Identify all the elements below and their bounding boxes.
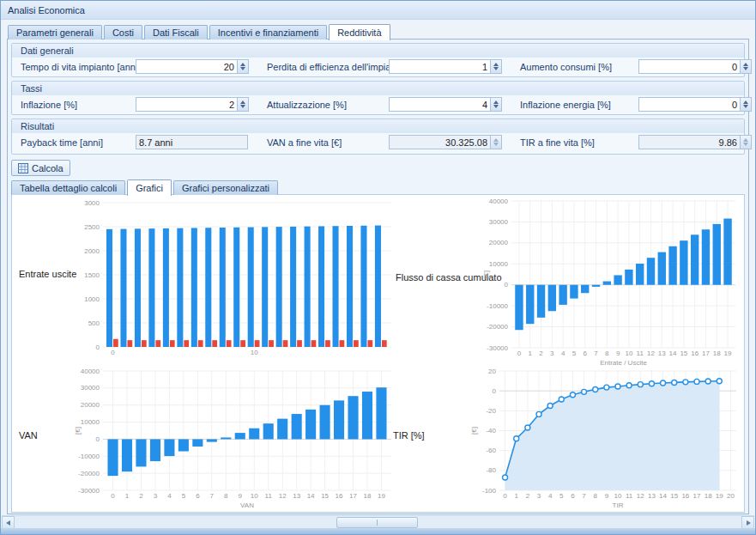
svg-text:16: 16 [691,350,699,357]
tab-tabella-dettaglio-calcoli[interactable]: Tabella dettaglio calcoli [11,180,125,195]
svg-text:6: 6 [583,350,587,357]
tab-dati-fiscali[interactable]: Dati Fiscali [144,25,208,40]
svg-text:[€]: [€] [482,271,490,278]
aumento-consumi-label: Aumento consumi [%] [520,62,612,72]
svg-text:1000: 1000 [84,295,100,303]
window-title: Analisi Economica [1,1,755,20]
svg-text:0: 0 [111,349,115,356]
svg-text:-20: -20 [486,407,496,415]
tab-redditivita[interactable]: Redditività [329,24,390,40]
svg-text:TIR: TIR [613,502,624,509]
svg-text:14: 14 [669,350,677,357]
svg-text:5: 5 [182,492,186,500]
svg-text:16: 16 [336,492,343,500]
group-dati-generali-title: Dati generali [12,44,744,58]
tir-fine-vita-value [638,135,741,149]
svg-text:7: 7 [594,350,598,357]
svg-text:0: 0 [505,281,509,289]
calcola-button[interactable]: Calcola [11,160,70,176]
perdita-efficienza-spinner[interactable] [491,59,502,74]
svg-text:0: 0 [517,350,522,357]
svg-text:9: 9 [616,350,620,357]
svg-text:11: 11 [265,492,273,500]
svg-text:12: 12 [637,492,644,500]
inflazione-energia-input[interactable] [638,97,741,112]
tempo-vita-input[interactable] [136,59,238,74]
svg-text:16: 16 [681,492,689,500]
svg-text:10000: 10000 [81,418,100,426]
scroll-right-arrow-icon[interactable] [741,516,754,529]
svg-text:14: 14 [659,492,667,500]
svg-text:[€]: [€] [470,427,478,435]
svg-text:17: 17 [702,350,710,357]
horizontal-scrollbar[interactable] [2,515,754,528]
svg-text:5: 5 [572,350,577,357]
svg-text:7: 7 [210,492,215,500]
chart-entrate-uscite: 050010001500200025003000010 [72,197,398,360]
scroll-left-arrow-icon[interactable] [2,516,15,529]
svg-text:-20000: -20000 [487,323,508,331]
svg-text:0: 0 [96,343,100,351]
svg-text:10: 10 [614,492,622,500]
svg-text:3: 3 [550,350,554,357]
svg-text:0: 0 [96,435,100,443]
svg-text:40000: 40000 [489,198,509,205]
chart-tir: -100-80-60-40-20020012345678910111213141… [469,365,743,509]
svg-text:VAN: VAN [240,502,254,509]
chart-flusso-cassa: -30000-20000-100000100002000030000400000… [481,195,742,367]
svg-text:18: 18 [705,492,712,500]
scrollbar-thumb[interactable] [336,517,418,528]
svg-text:3000: 3000 [84,199,100,207]
perdita-efficienza-input[interactable] [389,59,491,74]
svg-text:1: 1 [514,492,518,500]
main-tab-bar: Parametri generali Costi Dati Fiscali In… [8,23,390,40]
svg-text:2: 2 [526,492,530,500]
app-window: Analisi Economica Parametri generali Cos… [0,0,756,535]
van-fine-vita-spinner [491,135,502,149]
svg-text:11: 11 [626,492,633,500]
svg-text:7: 7 [582,492,586,500]
svg-text:0: 0 [111,492,115,500]
tab-grafici[interactable]: Grafici [127,179,172,196]
svg-text:-30000: -30000 [487,344,508,352]
tab-parametri-generali[interactable]: Parametri generali [8,25,102,40]
svg-text:2000: 2000 [84,247,100,255]
svg-text:13: 13 [293,492,300,500]
svg-text:2500: 2500 [84,223,100,231]
svg-text:10: 10 [251,492,258,500]
tab-costi[interactable]: Costi [104,25,142,40]
svg-text:1500: 1500 [84,271,100,279]
tab-incentivi-finanziamenti[interactable]: Incentivi e finanziamenti [209,25,327,40]
svg-text:-10000: -10000 [78,453,100,460]
tempo-vita-spinner[interactable] [238,59,249,74]
svg-text:4: 4 [561,350,565,357]
svg-text:10000: 10000 [489,260,509,268]
aumento-consumi-spinner[interactable] [741,59,752,74]
attualizzazione-input[interactable] [389,97,491,112]
svg-text:17: 17 [349,492,357,500]
inflazione-spinner[interactable] [238,97,249,112]
svg-text:8: 8 [605,350,609,357]
svg-text:[€]: [€] [74,427,82,435]
svg-text:10: 10 [251,349,258,356]
svg-text:15: 15 [321,492,329,500]
svg-text:500: 500 [88,319,100,327]
svg-text:2: 2 [139,492,143,500]
svg-text:12: 12 [647,350,655,357]
inflazione-input[interactable] [136,97,238,112]
svg-text:4: 4 [548,492,553,500]
chart-van: -30000-20000-100000100002000030000400000… [72,365,398,509]
svg-text:9: 9 [239,492,243,500]
tab-grafici-personalizzati[interactable]: Grafici personalizzati [173,180,278,195]
svg-text:11: 11 [637,350,644,357]
svg-text:12: 12 [279,492,287,500]
charts-panel: Entrate uscite Flusso di cassa cumulato … [11,194,745,513]
inflazione-energia-spinner[interactable] [741,97,752,112]
attualizzazione-spinner[interactable] [491,97,502,112]
svg-text:-100: -100 [482,487,497,495]
calcola-icon [18,163,28,173]
svg-text:-60: -60 [486,447,496,454]
van-fine-vita-label: VAN a fine vita [€] [267,137,342,148]
van-fine-vita-value [389,135,491,149]
aumento-consumi-input[interactable] [638,59,741,74]
